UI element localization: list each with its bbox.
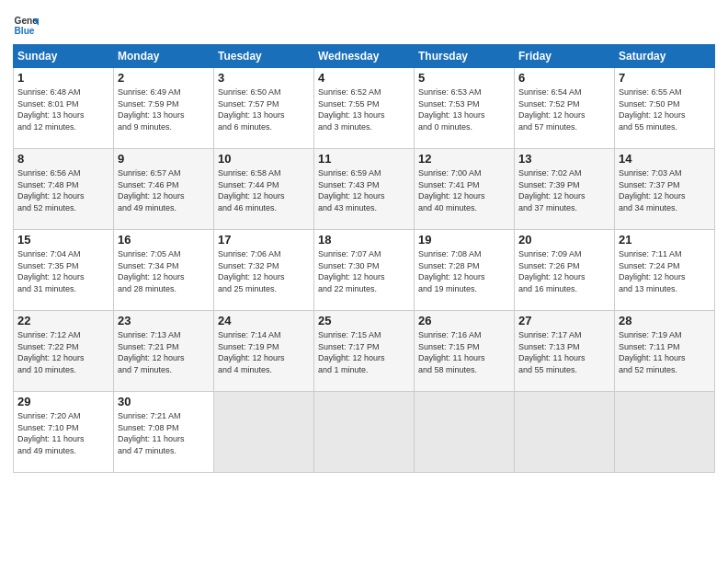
day-info: Sunrise: 6:58 AM Sunset: 7:44 PM Dayligh… [218, 167, 310, 213]
day-info: Sunrise: 7:13 AM Sunset: 7:21 PM Dayligh… [118, 329, 210, 375]
week-row-3: 15Sunrise: 7:04 AM Sunset: 7:35 PM Dayli… [14, 230, 715, 311]
calendar-table: SundayMondayTuesdayWednesdayThursdayFrid… [13, 44, 715, 473]
day-number: 5 [418, 71, 510, 85]
day-cell: 21Sunrise: 7:11 AM Sunset: 7:24 PM Dayli… [615, 230, 715, 311]
day-info: Sunrise: 6:59 AM Sunset: 7:43 PM Dayligh… [318, 167, 410, 213]
day-info: Sunrise: 7:07 AM Sunset: 7:30 PM Dayligh… [318, 248, 410, 294]
day-cell: 17Sunrise: 7:06 AM Sunset: 7:32 PM Dayli… [214, 230, 314, 311]
day-cell: 16Sunrise: 7:05 AM Sunset: 7:34 PM Dayli… [114, 230, 214, 311]
col-header-tuesday: Tuesday [214, 45, 314, 68]
week-row-4: 22Sunrise: 7:12 AM Sunset: 7:22 PM Dayli… [14, 311, 715, 392]
day-info: Sunrise: 6:57 AM Sunset: 7:46 PM Dayligh… [118, 167, 210, 213]
day-cell: 1Sunrise: 6:48 AM Sunset: 8:01 PM Daylig… [14, 68, 114, 149]
day-number: 23 [118, 314, 210, 327]
day-info: Sunrise: 7:15 AM Sunset: 7:17 PM Dayligh… [318, 329, 410, 375]
day-number: 18 [318, 233, 410, 247]
day-number: 28 [619, 314, 711, 327]
day-cell: 4Sunrise: 6:52 AM Sunset: 7:55 PM Daylig… [314, 68, 415, 149]
svg-text:Blue: Blue [15, 26, 35, 36]
day-cell: 11Sunrise: 6:59 AM Sunset: 7:43 PM Dayli… [314, 149, 415, 230]
day-number: 4 [318, 71, 410, 85]
day-cell: 5Sunrise: 6:53 AM Sunset: 7:53 PM Daylig… [415, 68, 515, 149]
day-info: Sunrise: 6:53 AM Sunset: 7:53 PM Dayligh… [418, 86, 510, 132]
day-number: 10 [218, 152, 310, 166]
day-info: Sunrise: 7:03 AM Sunset: 7:37 PM Dayligh… [619, 167, 711, 213]
day-cell: 2Sunrise: 6:49 AM Sunset: 7:59 PM Daylig… [114, 68, 214, 149]
day-cell: 26Sunrise: 7:16 AM Sunset: 7:15 PM Dayli… [415, 311, 515, 392]
day-number: 7 [619, 71, 711, 85]
day-info: Sunrise: 7:21 AM Sunset: 7:08 PM Dayligh… [118, 410, 210, 456]
day-info: Sunrise: 6:55 AM Sunset: 7:50 PM Dayligh… [619, 86, 711, 132]
day-info: Sunrise: 6:56 AM Sunset: 7:48 PM Dayligh… [17, 167, 109, 213]
day-info: Sunrise: 7:08 AM Sunset: 7:28 PM Dayligh… [418, 248, 510, 294]
day-number: 8 [17, 152, 109, 166]
day-number: 25 [318, 314, 410, 327]
day-info: Sunrise: 7:06 AM Sunset: 7:32 PM Dayligh… [218, 248, 310, 294]
day-info: Sunrise: 7:20 AM Sunset: 7:10 PM Dayligh… [17, 410, 109, 456]
day-number: 19 [418, 233, 510, 247]
day-number: 16 [118, 233, 210, 247]
day-cell: 25Sunrise: 7:15 AM Sunset: 7:17 PM Dayli… [314, 311, 415, 392]
day-info: Sunrise: 7:11 AM Sunset: 7:24 PM Dayligh… [619, 248, 711, 294]
week-row-2: 8Sunrise: 6:56 AM Sunset: 7:48 PM Daylig… [14, 149, 715, 230]
day-number: 24 [218, 314, 310, 327]
day-cell: 9Sunrise: 6:57 AM Sunset: 7:46 PM Daylig… [114, 149, 214, 230]
day-info: Sunrise: 6:49 AM Sunset: 7:59 PM Dayligh… [118, 86, 210, 132]
day-number: 11 [318, 152, 410, 166]
day-cell [515, 392, 615, 473]
day-info: Sunrise: 6:52 AM Sunset: 7:55 PM Dayligh… [318, 86, 410, 132]
day-cell: 20Sunrise: 7:09 AM Sunset: 7:26 PM Dayli… [515, 230, 615, 311]
day-info: Sunrise: 7:17 AM Sunset: 7:13 PM Dayligh… [518, 329, 610, 375]
day-cell: 12Sunrise: 7:00 AM Sunset: 7:41 PM Dayli… [415, 149, 515, 230]
col-header-monday: Monday [114, 45, 214, 68]
day-cell: 22Sunrise: 7:12 AM Sunset: 7:22 PM Dayli… [14, 311, 114, 392]
day-cell: 28Sunrise: 7:19 AM Sunset: 7:11 PM Dayli… [615, 311, 715, 392]
day-info: Sunrise: 7:14 AM Sunset: 7:19 PM Dayligh… [218, 329, 310, 375]
day-cell: 19Sunrise: 7:08 AM Sunset: 7:28 PM Dayli… [415, 230, 515, 311]
day-cell: 10Sunrise: 6:58 AM Sunset: 7:44 PM Dayli… [214, 149, 314, 230]
day-info: Sunrise: 7:09 AM Sunset: 7:26 PM Dayligh… [518, 248, 610, 294]
logo: General Blue [13, 13, 42, 39]
day-number: 30 [118, 395, 210, 408]
day-number: 21 [619, 233, 711, 247]
day-cell [214, 392, 314, 473]
col-header-saturday: Saturday [615, 45, 715, 68]
week-row-5: 29Sunrise: 7:20 AM Sunset: 7:10 PM Dayli… [14, 392, 715, 473]
day-info: Sunrise: 7:02 AM Sunset: 7:39 PM Dayligh… [518, 167, 610, 213]
col-header-wednesday: Wednesday [314, 45, 415, 68]
day-info: Sunrise: 6:48 AM Sunset: 8:01 PM Dayligh… [17, 86, 109, 132]
day-cell: 27Sunrise: 7:17 AM Sunset: 7:13 PM Dayli… [515, 311, 615, 392]
day-number: 12 [418, 152, 510, 166]
week-row-1: 1Sunrise: 6:48 AM Sunset: 8:01 PM Daylig… [14, 68, 715, 149]
day-cell [314, 392, 415, 473]
day-cell: 8Sunrise: 6:56 AM Sunset: 7:48 PM Daylig… [14, 149, 114, 230]
day-cell: 23Sunrise: 7:13 AM Sunset: 7:21 PM Dayli… [114, 311, 214, 392]
day-number: 3 [218, 71, 310, 85]
day-number: 6 [518, 71, 610, 85]
day-info: Sunrise: 7:16 AM Sunset: 7:15 PM Dayligh… [418, 329, 510, 375]
day-cell: 30Sunrise: 7:21 AM Sunset: 7:08 PM Dayli… [114, 392, 214, 473]
day-cell: 24Sunrise: 7:14 AM Sunset: 7:19 PM Dayli… [214, 311, 314, 392]
day-cell: 13Sunrise: 7:02 AM Sunset: 7:39 PM Dayli… [515, 149, 615, 230]
day-cell: 14Sunrise: 7:03 AM Sunset: 7:37 PM Dayli… [615, 149, 715, 230]
day-number: 27 [518, 314, 610, 327]
day-info: Sunrise: 7:00 AM Sunset: 7:41 PM Dayligh… [418, 167, 510, 213]
col-header-thursday: Thursday [415, 45, 515, 68]
day-number: 20 [518, 233, 610, 247]
day-number: 29 [17, 395, 109, 408]
day-number: 9 [118, 152, 210, 166]
day-number: 26 [418, 314, 510, 327]
day-info: Sunrise: 7:04 AM Sunset: 7:35 PM Dayligh… [17, 248, 109, 294]
header: General Blue [13, 9, 715, 39]
day-number: 2 [118, 71, 210, 85]
day-number: 1 [17, 71, 109, 85]
day-cell: 29Sunrise: 7:20 AM Sunset: 7:10 PM Dayli… [14, 392, 114, 473]
day-cell [615, 392, 715, 473]
day-number: 22 [17, 314, 109, 327]
day-number: 13 [518, 152, 610, 166]
day-cell: 15Sunrise: 7:04 AM Sunset: 7:35 PM Dayli… [14, 230, 114, 311]
day-number: 14 [619, 152, 711, 166]
day-info: Sunrise: 7:12 AM Sunset: 7:22 PM Dayligh… [17, 329, 109, 375]
day-cell: 6Sunrise: 6:54 AM Sunset: 7:52 PM Daylig… [515, 68, 615, 149]
day-info: Sunrise: 7:05 AM Sunset: 7:34 PM Dayligh… [118, 248, 210, 294]
